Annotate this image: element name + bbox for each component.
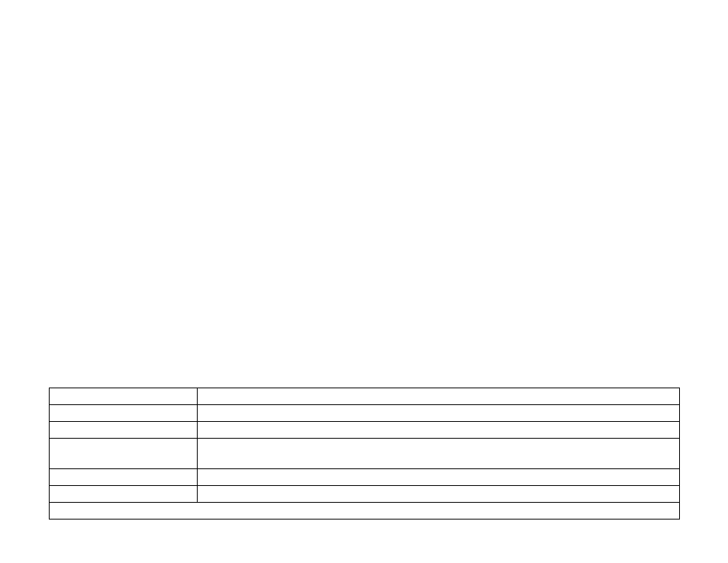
table-cell xyxy=(50,469,198,486)
table-footer-row xyxy=(50,503,680,520)
table-cell xyxy=(198,405,680,422)
table-row xyxy=(50,439,680,469)
table-cell xyxy=(198,422,680,439)
table-row xyxy=(50,405,680,422)
data-table-wrap xyxy=(49,388,679,520)
table-cell xyxy=(198,388,680,405)
table-cell xyxy=(50,439,198,469)
table-row xyxy=(50,486,680,503)
table-cell xyxy=(50,388,198,405)
table-cell-span xyxy=(50,503,680,520)
table-row xyxy=(50,422,680,439)
table-cell xyxy=(198,486,680,503)
document-page xyxy=(0,0,728,563)
table-cell xyxy=(198,469,680,486)
table-row xyxy=(50,388,680,405)
table-cell xyxy=(198,439,680,469)
table-row xyxy=(50,469,680,486)
table-cell xyxy=(50,422,198,439)
data-table xyxy=(49,388,680,520)
table-cell xyxy=(50,486,198,503)
table-cell xyxy=(50,405,198,422)
